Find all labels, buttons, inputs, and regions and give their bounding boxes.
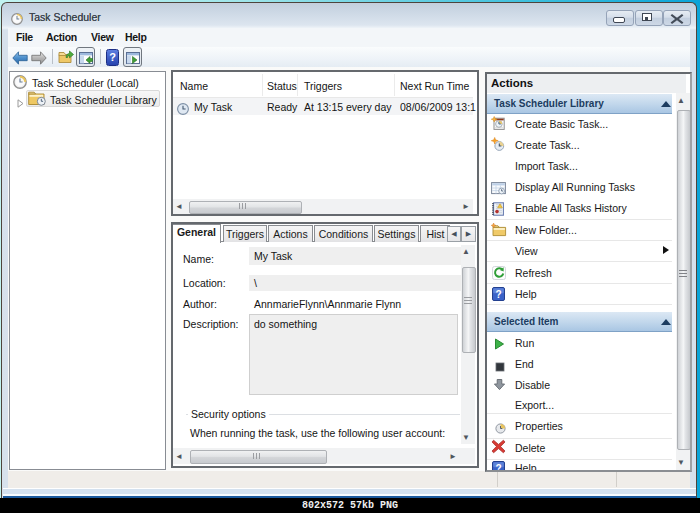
svg-text:?: ? xyxy=(495,463,501,473)
svg-text:?: ? xyxy=(495,289,501,300)
